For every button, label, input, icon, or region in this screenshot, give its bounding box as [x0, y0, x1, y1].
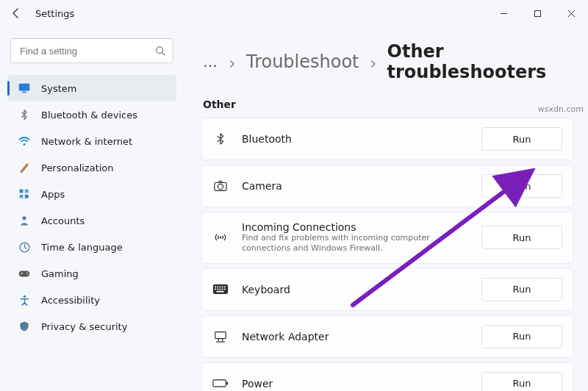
breadcrumb: … Troubleshoot Other troubleshooters	[201, 34, 573, 96]
svg-rect-20	[217, 286, 218, 287]
run-button[interactable]: Run	[481, 325, 562, 348]
sidebar-item-accounts[interactable]: Accounts	[7, 207, 176, 234]
main-area: … Troubleshoot Other troubleshooters Oth…	[184, 26, 588, 391]
close-button[interactable]	[554, 0, 588, 26]
svg-rect-11	[19, 270, 29, 276]
run-button[interactable]: Run	[481, 226, 562, 249]
card-body: Incoming ConnectionsFind and fix problem…	[242, 221, 468, 254]
search-input[interactable]	[18, 45, 149, 57]
svg-rect-6	[25, 190, 29, 193]
svg-point-4	[24, 143, 26, 146]
svg-point-12	[26, 272, 28, 273]
card-desc: Find and fix problems with incoming comp…	[242, 233, 468, 254]
troubleshooter-incoming-connections: Incoming ConnectionsFind and fix problem…	[201, 212, 573, 264]
card-body: Bluetooth	[242, 133, 468, 145]
game-icon	[18, 267, 31, 280]
watermark: wsxdn.com	[538, 104, 584, 114]
svg-rect-32	[226, 382, 228, 385]
sidebar-item-label: Accessibility	[41, 295, 100, 306]
troubleshooter-keyboard: KeyboardRun	[201, 268, 573, 311]
svg-rect-28	[224, 289, 226, 290]
sidebar-item-apps[interactable]: Apps	[7, 181, 176, 207]
sidebar-item-bluetooth-devices[interactable]: Bluetooth & devices	[7, 101, 176, 128]
signal-icon	[212, 229, 229, 245]
search-icon	[155, 46, 165, 56]
run-button[interactable]: Run	[481, 174, 562, 198]
search-box[interactable]	[10, 38, 173, 63]
troubleshooter-camera: CameraRun	[201, 165, 573, 207]
app-title: Settings	[35, 8, 74, 19]
sidebar-item-label: Network & internet	[41, 136, 132, 147]
run-button[interactable]: Run	[481, 372, 562, 391]
titlebar-left: Settings	[7, 4, 74, 22]
chevron-right-icon	[229, 51, 236, 72]
camera-icon	[212, 178, 229, 194]
svg-rect-25	[217, 289, 218, 290]
troubleshooter-list: BluetoothRunCameraRunIncoming Connection…	[201, 118, 573, 391]
keyboard-icon	[212, 281, 229, 298]
troubleshooter-network-adapter: Network AdapterRun	[201, 315, 573, 358]
card-body: Keyboard	[242, 284, 468, 295]
card-title: Incoming Connections	[242, 221, 468, 233]
netadapter-icon	[212, 329, 229, 345]
svg-rect-2	[19, 84, 29, 91]
sidebar: SystemBluetooth & devicesNetwork & inter…	[0, 26, 184, 391]
content: SystemBluetooth & devicesNetwork & inter…	[0, 26, 588, 391]
section-label: Other	[201, 96, 573, 118]
run-button[interactable]: Run	[481, 127, 562, 151]
sidebar-item-label: Apps	[41, 189, 65, 200]
card-title: Power	[242, 378, 468, 390]
svg-rect-26	[220, 289, 221, 290]
sidebar-item-label: Accounts	[41, 215, 85, 226]
run-button[interactable]: Run	[481, 278, 562, 301]
svg-point-17	[220, 237, 222, 239]
sidebar-item-system[interactable]: System	[7, 75, 176, 101]
sidebar-item-label: Gaming	[41, 268, 79, 279]
svg-point-9	[22, 216, 26, 220]
svg-rect-29	[217, 291, 224, 293]
maximize-button[interactable]	[520, 0, 554, 26]
back-button[interactable]	[7, 4, 25, 22]
maximize-icon	[534, 10, 542, 18]
svg-rect-27	[222, 289, 223, 290]
sidebar-item-label: Privacy & security	[41, 321, 127, 332]
battery-icon	[212, 376, 229, 391]
minimize-icon	[500, 10, 508, 18]
sidebar-item-label: System	[41, 83, 76, 94]
apps-icon	[18, 187, 31, 201]
svg-rect-24	[215, 289, 216, 290]
sidebar-item-privacy-security[interactable]: Privacy & security	[7, 313, 176, 340]
svg-point-14	[23, 295, 25, 297]
sidebar-item-gaming[interactable]: Gaming	[7, 260, 176, 287]
wifi-icon	[18, 134, 31, 148]
troubleshooter-bluetooth: BluetoothRun	[201, 118, 573, 160]
card-title: Keyboard	[242, 284, 468, 295]
minimize-button[interactable]	[487, 0, 520, 26]
svg-rect-23	[224, 286, 226, 287]
person-icon	[18, 214, 31, 227]
bluetooth-icon	[18, 108, 31, 121]
arrow-left-icon	[10, 7, 22, 19]
svg-rect-31	[213, 380, 226, 387]
card-body: Camera	[242, 180, 468, 192]
monitor-icon	[18, 82, 31, 95]
breadcrumb-current: Other troubleshooters	[387, 41, 573, 82]
svg-rect-19	[215, 286, 216, 287]
svg-rect-22	[222, 286, 223, 287]
breadcrumb-overflow[interactable]: …	[203, 53, 218, 71]
shield-icon	[18, 320, 31, 333]
sidebar-item-personalization[interactable]: Personalization	[7, 154, 176, 181]
svg-rect-21	[220, 286, 221, 287]
svg-point-16	[218, 184, 223, 189]
breadcrumb-parent[interactable]: Troubleshoot	[246, 51, 359, 72]
sidebar-item-time-language[interactable]: Time & language	[7, 234, 176, 260]
sidebar-item-accessibility[interactable]: Accessibility	[7, 287, 176, 313]
svg-rect-30	[215, 331, 226, 338]
svg-rect-7	[20, 195, 24, 198]
troubleshooter-power: PowerRun	[201, 362, 573, 391]
sidebar-item-network-internet[interactable]: Network & internet	[7, 128, 176, 154]
card-title: Network Adapter	[242, 331, 468, 342]
window-controls	[487, 0, 588, 26]
svg-point-13	[27, 273, 29, 275]
chevron-right-icon	[370, 51, 377, 72]
